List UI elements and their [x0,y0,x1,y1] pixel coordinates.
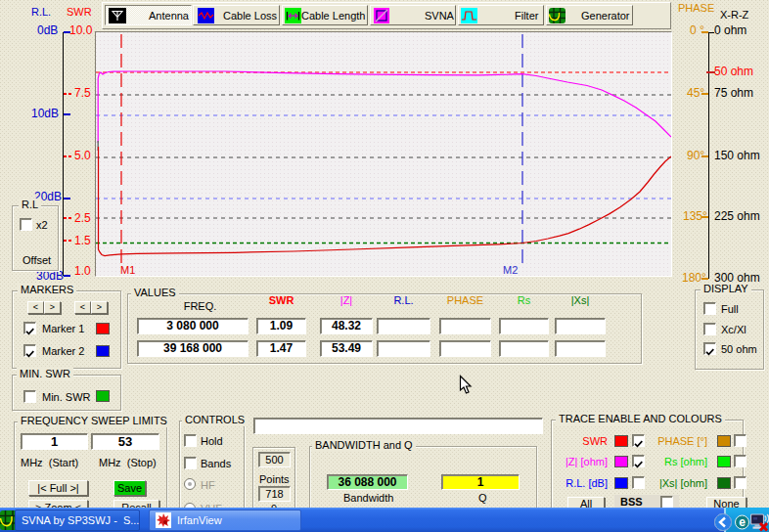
svg-text:M1: M1 [120,264,135,276]
svg-text:e: e [739,515,746,529]
svg-text:M2: M2 [503,264,518,276]
